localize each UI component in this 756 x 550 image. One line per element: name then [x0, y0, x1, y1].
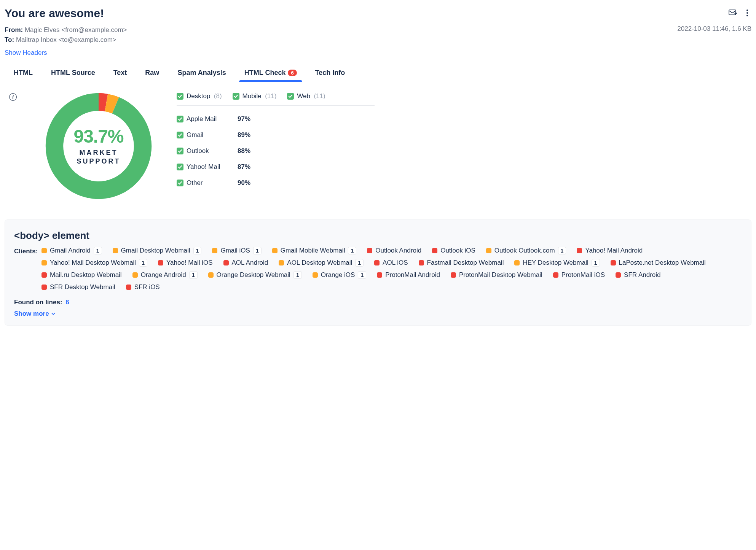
platform-checkbox-mobile[interactable]: Mobile (11) — [233, 92, 277, 100]
platform-checkbox-desktop[interactable]: Desktop (8) — [177, 92, 222, 100]
client-chip-count: 1 — [348, 247, 356, 254]
client-chip-count: 1 — [139, 259, 147, 267]
tab-spam-analysis[interactable]: Spam Analysis — [177, 67, 226, 82]
svg-point-1 — [746, 10, 748, 11]
client-chip-count: 1 — [193, 247, 202, 254]
show-more-link[interactable]: Show more — [14, 310, 742, 318]
platform-filters: Desktop (8)Mobile (11)Web (11) — [177, 91, 375, 106]
client-percentage: 97% — [238, 115, 250, 123]
client-chip: LaPoste.net Desktop Webmail — [611, 259, 706, 267]
severity-dot — [41, 272, 47, 278]
client-chip-name: AOL Desktop Webmail — [287, 259, 352, 267]
severity-dot — [113, 248, 118, 253]
client-chip: Outlook iOS — [432, 247, 475, 254]
severity-dot — [577, 248, 582, 253]
client-chip: SFR Desktop Webmail — [41, 283, 115, 291]
tab-raw[interactable]: Raw — [145, 67, 159, 82]
severity-dot — [377, 272, 382, 278]
client-chip-name: Gmail Android — [50, 247, 91, 254]
info-icon[interactable]: i — [9, 93, 17, 101]
svg-point-3 — [746, 15, 748, 16]
checkbox-icon — [177, 180, 183, 186]
client-checkbox[interactable]: Outlook — [177, 147, 238, 155]
client-chip: Yahoo! Mail Desktop Webmail1 — [41, 259, 147, 267]
client-chip-name: Gmail iOS — [220, 247, 250, 254]
severity-dot — [611, 260, 616, 265]
client-chip-name: AOL iOS — [383, 259, 408, 267]
platform-checkbox-web[interactable]: Web (11) — [287, 92, 325, 100]
forward-icon[interactable] — [729, 10, 738, 18]
client-chip-count: 1 — [358, 271, 366, 279]
client-chip: AOL iOS — [374, 259, 408, 267]
client-chip-name: ProtonMail iOS — [561, 271, 605, 279]
client-checkbox[interactable]: Apple Mail — [177, 115, 238, 123]
client-percentage: 89% — [238, 131, 250, 139]
checkbox-icon — [233, 93, 239, 100]
severity-dot — [486, 248, 491, 253]
issue-card: <body> element Clients: Gmail Android1Gm… — [5, 219, 751, 326]
found-on-lines-value[interactable]: 6 — [65, 299, 69, 306]
severity-dot — [419, 260, 424, 265]
client-chip-count: 1 — [293, 271, 302, 279]
client-chip: Gmail Android1 — [41, 247, 102, 254]
severity-dot — [451, 272, 456, 278]
client-chip: AOL Desktop Webmail1 — [279, 259, 364, 267]
severity-dot — [208, 272, 214, 278]
client-chip: ProtonMail Android — [377, 271, 440, 279]
chevron-down-icon — [51, 312, 55, 316]
client-checkbox[interactable]: Other — [177, 179, 238, 187]
client-summary-list: Apple Mail97%Gmail89%Outlook88%Yahoo! Ma… — [177, 111, 375, 191]
client-summary-row: Apple Mail97% — [177, 111, 375, 127]
client-chip: Orange Android1 — [132, 271, 198, 279]
tab-text[interactable]: Text — [113, 67, 127, 82]
severity-dot — [212, 248, 217, 253]
severity-dot — [553, 272, 558, 278]
severity-dot — [41, 248, 47, 253]
client-chip-name: HEY Desktop Webmail — [523, 259, 588, 267]
client-summary-row: Yahoo! Mail87% — [177, 159, 375, 175]
client-chip-name: Yahoo! Mail Desktop Webmail — [50, 259, 136, 267]
client-chip: Gmail Desktop Webmail1 — [113, 247, 202, 254]
checkbox-icon — [177, 116, 183, 122]
severity-dot — [279, 260, 284, 265]
tab-tech-info[interactable]: Tech Info — [315, 67, 345, 82]
client-chip-name: AOL Android — [232, 259, 268, 267]
client-chip-name: Mail.ru Desktop Webmail — [50, 271, 122, 279]
client-chip: ProtonMail iOS — [553, 271, 605, 279]
client-chip-count: 1 — [355, 259, 364, 267]
tab-badge: 6 — [288, 70, 297, 76]
severity-dot — [272, 248, 278, 253]
severity-dot — [514, 260, 520, 265]
client-chip-name: Orange Android — [141, 271, 186, 279]
client-chip: AOL Android — [223, 259, 268, 267]
client-chip: Yahoo! Mail Android — [577, 247, 643, 254]
client-percentage: 87% — [238, 163, 250, 171]
client-chip: Orange iOS1 — [313, 271, 367, 279]
client-checkbox[interactable]: Gmail — [177, 131, 238, 139]
severity-dot — [313, 272, 318, 278]
tab-html-source[interactable]: HTML Source — [51, 67, 95, 82]
client-chip-name: Orange iOS — [321, 271, 355, 279]
checkbox-icon — [177, 132, 183, 138]
client-checkbox[interactable]: Yahoo! Mail — [177, 163, 238, 171]
client-chip-name: LaPoste.net Desktop Webmail — [619, 259, 706, 267]
clients-label: Clients: — [14, 248, 41, 255]
client-chip-name: Yahoo! Mail iOS — [166, 259, 213, 267]
client-chip-count: 1 — [253, 247, 262, 254]
client-chip-name: SFR Android — [624, 271, 660, 279]
tab-html[interactable]: HTML — [14, 67, 33, 82]
checkbox-icon — [177, 148, 183, 154]
client-chip: Gmail Mobile Webmail1 — [272, 247, 357, 254]
checkbox-icon — [177, 164, 183, 170]
client-chip: Fastmail Desktop Webmail — [419, 259, 504, 267]
client-chip: Outlook Android — [367, 247, 421, 254]
client-chip-name: SFR iOS — [134, 283, 160, 291]
show-headers-link[interactable]: Show Headers — [5, 49, 47, 57]
client-chip-count: 1 — [592, 259, 600, 267]
from-value: Magic Elves <from@example.com> — [25, 26, 127, 33]
more-menu-icon[interactable] — [746, 9, 748, 18]
client-chip-name: Outlook iOS — [440, 247, 475, 254]
tab-html-check[interactable]: HTML Check6 — [244, 67, 297, 82]
client-chip: Gmail iOS1 — [212, 247, 261, 254]
severity-dot — [41, 285, 47, 290]
